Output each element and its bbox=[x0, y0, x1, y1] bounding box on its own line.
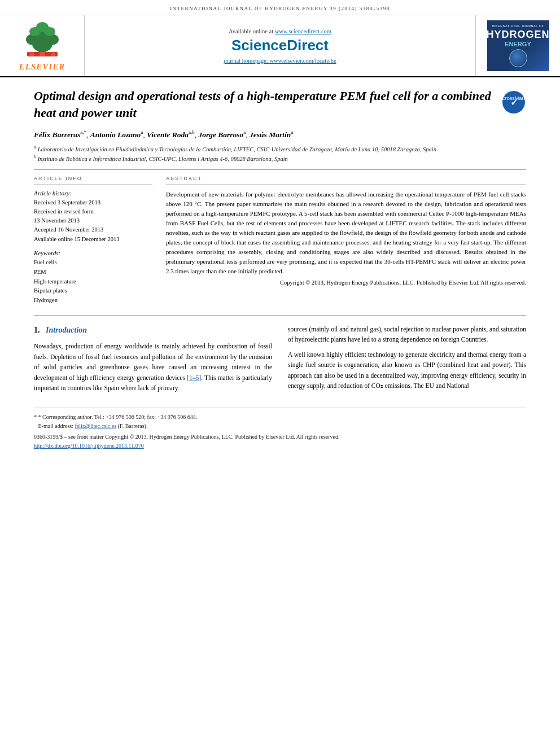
author-lozano: Antonio Lozano bbox=[90, 130, 141, 139]
keyword-bipolar: Bipolar plates bbox=[34, 286, 152, 296]
keyword-hydrogen: Hydrogen bbox=[34, 296, 152, 305]
corresponding-author-text: * Corresponding author. Tel.: +34 976 50… bbox=[38, 414, 198, 420]
keyword-pem: PEM bbox=[34, 268, 152, 277]
ref-1-5[interactable]: [1–5] bbox=[187, 374, 201, 381]
keyword-high-temp: High-temperature bbox=[34, 277, 152, 287]
elsevier-label: ELSEVIER bbox=[19, 62, 65, 72]
corresponding-author-note: * * Corresponding author. Tel.: +34 976 … bbox=[34, 413, 526, 422]
svg-rect-9 bbox=[29, 52, 34, 56]
svg-rect-12 bbox=[46, 52, 50, 56]
article-info-abstract-cols: ARTICLE INFO Article history: Received 3… bbox=[34, 176, 526, 305]
svg-rect-13 bbox=[51, 52, 55, 56]
received-revised-label: Received in revised form bbox=[34, 207, 152, 216]
intro-heading: 1. Introduction bbox=[34, 324, 272, 337]
elsevier-logo-box: ELSEVIER bbox=[0, 15, 85, 76]
body-col-right: sources (mainly oil and natural gas), so… bbox=[288, 324, 526, 397]
article-info-col: ARTICLE INFO Article history: Received 3… bbox=[34, 176, 152, 305]
journal-homepage: journal homepage: www.elsevier.com/locat… bbox=[224, 58, 336, 64]
journal-header-bar: INTERNATIONAL JOURNAL OF HYDROGEN ENERGY… bbox=[0, 0, 560, 15]
intro-para2: sources (mainly oil and natural gas), so… bbox=[288, 324, 526, 345]
hydrogen-energy-logo: INTERNATIONAL JOURNAL OF HYDROGEN ENERGY bbox=[487, 20, 549, 71]
svg-point-7 bbox=[36, 22, 49, 32]
body-col-left: 1. Introduction Nowadays, production of … bbox=[34, 324, 272, 397]
email-suffix: (F. Barreras). bbox=[118, 423, 148, 429]
article-title-section: Optimal design and operational tests of … bbox=[34, 88, 526, 121]
author-martin: Jesús Martín bbox=[250, 130, 291, 139]
keywords-section: Keywords: Fuel cells PEM High-temperatur… bbox=[34, 250, 152, 305]
abstract-paragraph: Development of new materials for polymer… bbox=[166, 190, 526, 276]
svg-rect-10 bbox=[35, 52, 38, 56]
affiliations: a Laboratorio de Investigación en Fluido… bbox=[34, 144, 526, 164]
received-date: Received 3 September 2013 bbox=[34, 198, 152, 207]
abstract-copyright: Copyright © 2013, Hydrogen Energy Public… bbox=[166, 278, 526, 287]
hydrogen-intl-text: INTERNATIONAL JOURNAL OF bbox=[492, 24, 544, 28]
author-barroso: Jorge Barroso bbox=[198, 130, 243, 139]
available-online-text: Available online at www.sciencedirect.co… bbox=[229, 28, 331, 34]
article-info-label: ARTICLE INFO bbox=[34, 176, 152, 181]
intro-para1: Nowadays, production of energy worldwide… bbox=[34, 341, 272, 393]
article-info-divider bbox=[34, 185, 152, 185]
email-note: E-mail address: felix@litec.csic.es (F. … bbox=[34, 422, 526, 431]
doi-link[interactable]: http://dx.doi.org/10.1016/j.ijhydene.201… bbox=[34, 443, 144, 449]
keyword-fuel-cells: Fuel cells bbox=[34, 258, 152, 268]
footer-doi: http://dx.doi.org/10.1016/j.ijhydene.201… bbox=[34, 442, 526, 451]
sciencedirect-logo: ScienceDirect bbox=[231, 37, 329, 54]
accepted-date: Accepted 16 November 2013 bbox=[34, 225, 152, 234]
available-online-date: Available online 15 December 2013 bbox=[34, 235, 152, 244]
article-history-label: Article history: bbox=[34, 190, 152, 196]
intro-para3: A well known highly efficient technology… bbox=[288, 350, 526, 391]
author-email[interactable]: felix@litec.csic.es bbox=[75, 423, 116, 429]
abstract-label: ABSTRACT bbox=[166, 176, 526, 181]
article-title: Optimal design and operational tests of … bbox=[34, 88, 492, 121]
email-label: E-mail address: bbox=[38, 423, 73, 429]
svg-text:✓: ✓ bbox=[510, 98, 518, 107]
section-title: Introduction bbox=[46, 326, 87, 334]
header-logos-row: ELSEVIER Available online at www.science… bbox=[0, 15, 560, 77]
divider-after-affiliations bbox=[34, 169, 526, 170]
article-content: Optimal design and operational tests of … bbox=[0, 88, 560, 451]
body-two-col: 1. Introduction Nowadays, production of … bbox=[34, 324, 526, 397]
abstract-text: Development of new materials for polymer… bbox=[166, 190, 526, 287]
section-number: 1. bbox=[34, 326, 40, 334]
sciencedirect-url[interactable]: www.sciencedirect.com bbox=[275, 28, 331, 34]
crossmark-box: CrossMark ✓ bbox=[492, 88, 526, 115]
abstract-divider bbox=[166, 185, 526, 185]
author-barreras: Félix Barreras bbox=[34, 130, 80, 139]
author-roda: Vicente Roda bbox=[147, 130, 189, 139]
keywords-label: Keywords: bbox=[34, 250, 152, 256]
authors-line: Félix Barrerasa,*, Antonio Lozanoa, Vice… bbox=[34, 129, 526, 141]
svg-rect-11 bbox=[40, 52, 45, 56]
crossmark-icon: CrossMark ✓ bbox=[501, 90, 526, 115]
footer-issn: 0360-3199/$ – see front matter Copyright… bbox=[34, 433, 526, 442]
abstract-col: ABSTRACT Development of new materials fo… bbox=[166, 176, 526, 305]
affiliation-b: Instituto de Robótica e Informática Indu… bbox=[38, 156, 288, 162]
revised-date: 13 November 2013 bbox=[34, 216, 152, 225]
hydrogen-energy-word: ENERGY bbox=[505, 41, 531, 47]
footer-star: * bbox=[34, 414, 38, 420]
footer-notes: * * Corresponding author. Tel.: +34 976 … bbox=[34, 408, 526, 451]
hydrogen-word: HYDROGEN bbox=[487, 29, 549, 41]
center-header: Available online at www.sciencedirect.co… bbox=[85, 15, 475, 76]
hydrogen-globe-icon bbox=[509, 49, 527, 67]
body-divider bbox=[34, 316, 526, 316]
journal-title-top: INTERNATIONAL JOURNAL OF HYDROGEN ENERGY… bbox=[170, 6, 390, 11]
hydrogen-logo-box: INTERNATIONAL JOURNAL OF HYDROGEN ENERGY bbox=[475, 15, 560, 76]
elsevier-tree-icon bbox=[17, 20, 68, 60]
affiliation-a: Laboratorio de Investigación en Fluidodi… bbox=[38, 146, 436, 152]
